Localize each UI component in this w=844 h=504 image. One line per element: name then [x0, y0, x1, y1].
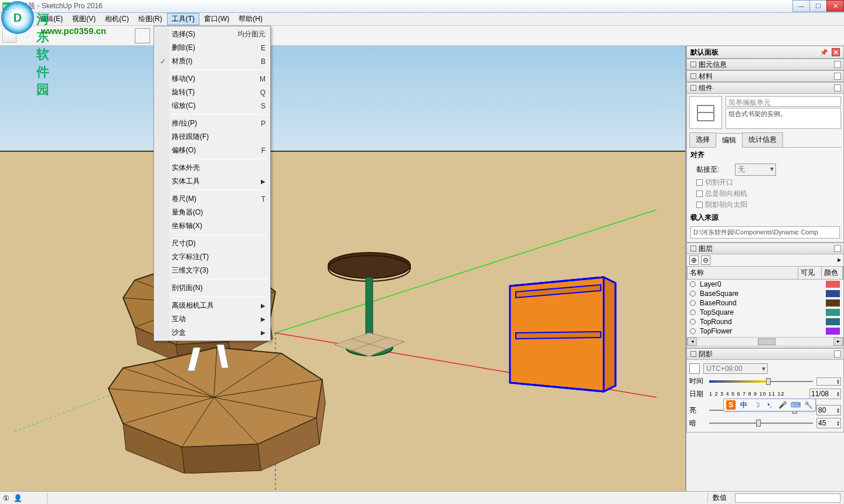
panel-layers[interactable]: 图层 — [686, 243, 844, 254]
toolbar — [0, 26, 844, 46]
menu-item[interactable]: 删除(E)E — [155, 41, 269, 55]
collapse-icon[interactable] — [834, 73, 841, 80]
ime-logo-icon: S — [726, 400, 736, 410]
component-name-input[interactable]: 简单搁板单元 — [726, 96, 841, 107]
panel-components[interactable]: 组件 — [686, 82, 844, 94]
menu-item[interactable]: 旋转(T)Q — [155, 86, 269, 99]
layer-row[interactable]: TopSquare — [687, 308, 843, 317]
layer-col-color[interactable]: 颜色 — [822, 267, 843, 279]
layer-row[interactable]: Layer0 — [687, 280, 843, 289]
minimize-button[interactable]: — — [792, 0, 810, 12]
light-label: 亮 — [689, 406, 706, 416]
tray-header[interactable]: 默认面板 📌 ✕ — [686, 46, 844, 59]
menu-6[interactable]: 窗口(W) — [199, 13, 234, 25]
face-camera-checkbox: 总是朝向相机 — [689, 188, 841, 199]
date-scale: 1 2 3 4 5 6 7 8 9 10 11 12 — [709, 391, 806, 397]
menu-7[interactable]: 帮助(H) — [234, 13, 267, 25]
panel-materials[interactable]: 材料 — [686, 70, 844, 82]
menu-item[interactable]: 材质(I)B — [155, 55, 269, 68]
glue-select[interactable]: 无 — [735, 164, 776, 176]
menu-0[interactable]: 文件(F) — [2, 13, 35, 25]
menu-item[interactable]: 偏移(O)F — [155, 144, 269, 157]
menu-item[interactable]: 坐标轴(X) — [155, 219, 269, 233]
ime-moon-icon[interactable]: ☽ — [752, 400, 761, 410]
menu-item[interactable]: 剖切面(N) — [155, 281, 269, 295]
component-tab[interactable]: 选择 — [689, 132, 716, 147]
toolbar-button[interactable] — [135, 28, 150, 43]
menu-item[interactable]: 选择(S)均分图元 — [155, 28, 269, 41]
menu-item[interactable]: 卷尺(M)T — [155, 192, 269, 206]
layer-col-visible[interactable]: 可见 — [798, 267, 822, 279]
layers-scrollbar[interactable]: ◂▸ — [687, 337, 843, 346]
title-bar: SU 无标题 - SketchUp Pro 2016 — ☐ ✕ — [0, 0, 844, 13]
menu-item[interactable]: 沙盒▶ — [155, 326, 269, 339]
time-slider[interactable] — [709, 377, 813, 386]
dark-value[interactable]: 45▴▾ — [816, 418, 841, 428]
menu-item[interactable]: 互动▶ — [155, 312, 269, 326]
close-tray-button[interactable]: ✕ — [832, 48, 840, 56]
ime-mic-icon[interactable]: 🎤 — [778, 400, 787, 410]
delete-layer-button[interactable]: ⊖ — [701, 256, 710, 265]
ime-punct-icon[interactable]: •, — [765, 400, 774, 410]
layer-menu-button[interactable]: ▸ — [838, 256, 841, 265]
menu-4[interactable]: 绘图(R) — [134, 13, 167, 25]
layer-row[interactable]: TopFlower — [687, 326, 843, 336]
shadows-face-sun-checkbox: 阴影朝向太阳 — [689, 199, 841, 210]
align-section-label: 对齐 — [689, 148, 841, 162]
source-path-field[interactable]: D:\河东软件园\Components\Dynamic Comp — [690, 226, 840, 239]
layer-col-name[interactable]: 名称 — [688, 267, 798, 279]
ime-keyboard-icon[interactable]: ⌨ — [791, 400, 800, 410]
collapse-icon[interactable] — [834, 350, 841, 357]
menu-1[interactable]: 编辑(E) — [35, 13, 67, 25]
menu-item[interactable]: 实体外壳 — [155, 161, 269, 175]
cut-opening-checkbox: 切割开口 — [689, 177, 841, 188]
collapse-icon[interactable] — [834, 61, 841, 68]
light-value[interactable]: 80▴▾ — [816, 405, 841, 416]
close-button[interactable]: ✕ — [826, 0, 844, 12]
collapse-icon[interactable] — [834, 245, 841, 252]
menu-2[interactable]: 视图(V) — [67, 13, 100, 25]
menu-3[interactable]: 相机(C) — [100, 13, 134, 25]
time-value[interactable]: ▴▾ — [816, 377, 841, 386]
svg-marker-44 — [516, 332, 601, 339]
toolbar-button[interactable] — [2, 29, 16, 43]
layer-row[interactable]: BaseSquare — [687, 289, 843, 298]
component-tab[interactable]: 统计信息 — [742, 132, 783, 147]
menu-item[interactable]: 三维文字(3) — [155, 264, 269, 277]
status-user-icon[interactable]: 👤 — [12, 494, 23, 502]
menu-5[interactable]: 工具(T) — [167, 13, 199, 25]
svg-marker-37 — [334, 333, 404, 356]
model-shelf-selected — [498, 274, 627, 403]
ime-settings-icon[interactable]: 🔧 — [804, 400, 813, 410]
glue-label: 黏接至: — [696, 165, 731, 175]
menu-item[interactable]: 缩放(C)S — [155, 99, 269, 113]
date-value[interactable]: 11/08▴▾ — [809, 389, 841, 399]
menu-item[interactable]: 实体工具▶ — [155, 175, 269, 188]
menu-item[interactable]: 高级相机工具▶ — [155, 299, 269, 312]
window-title: 无标题 - SketchUp Pro 2016 — [14, 1, 103, 11]
menu-item[interactable]: 路径跟随(F) — [155, 130, 269, 144]
menu-item[interactable]: 量角器(O) — [155, 206, 269, 219]
ime-toolbar[interactable]: S 中 ☽ •, 🎤 ⌨ 🔧 — [723, 399, 816, 411]
shadow-toggle-button[interactable] — [689, 363, 700, 374]
timezone-select[interactable]: UTC+08:00 — [703, 363, 768, 374]
component-desc-textarea[interactable]: 组合式书架的实例。 — [726, 108, 841, 129]
dark-slider[interactable] — [709, 419, 813, 427]
menu-item[interactable]: 移动(V)M — [155, 72, 269, 86]
measurement-input[interactable] — [735, 493, 840, 503]
pin-icon[interactable]: 📌 — [820, 49, 828, 56]
ime-mode-button[interactable]: 中 — [739, 400, 748, 410]
menu-item[interactable]: 文字标注(T) — [155, 250, 269, 264]
add-layer-button[interactable]: ⊕ — [689, 256, 699, 265]
collapse-icon[interactable] — [834, 84, 841, 91]
menu-item[interactable]: 尺寸(D) — [155, 237, 269, 250]
layer-row[interactable]: BaseRound — [687, 298, 843, 308]
viewport-3d[interactable] — [0, 46, 686, 491]
status-help-icon[interactable]: ① — [0, 494, 12, 502]
menu-item[interactable]: 推/拉(P)P — [155, 117, 269, 130]
panel-shadows[interactable]: 阴影 — [686, 348, 844, 360]
component-tab[interactable]: 编辑 — [716, 133, 743, 148]
layer-row[interactable]: TopRound — [687, 317, 843, 326]
panel-entity-info[interactable]: 图元信息 — [686, 59, 844, 70]
maximize-button[interactable]: ☐ — [809, 0, 827, 12]
